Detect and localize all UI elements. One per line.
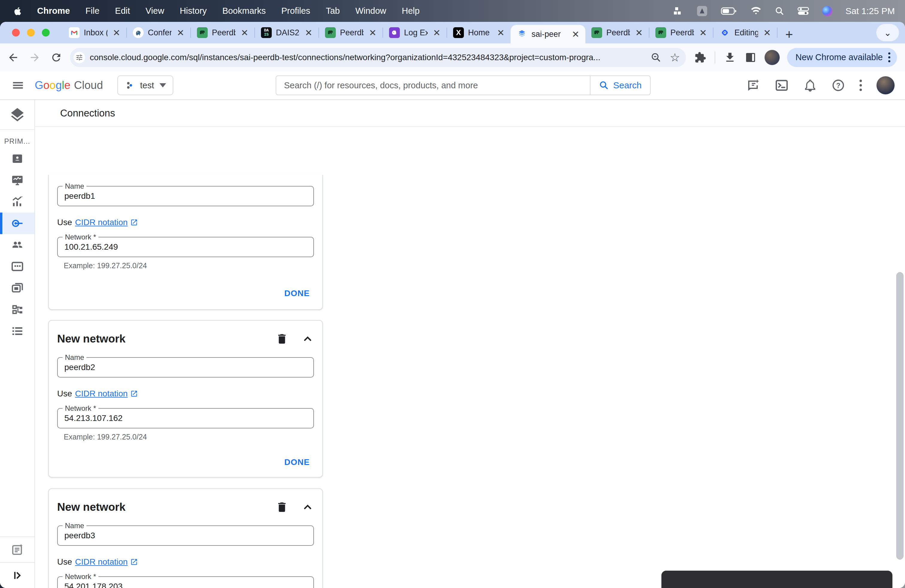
tab-search-chevron[interactable]: ⌄ xyxy=(876,24,899,41)
done-button[interactable]: DONE xyxy=(280,455,314,469)
zoom-window-button[interactable] xyxy=(42,29,50,37)
name-input[interactable] xyxy=(58,526,313,545)
collapse-card-button[interactable] xyxy=(302,501,314,513)
close-tab-icon[interactable]: ✕ xyxy=(432,27,442,38)
network-field: Network * xyxy=(57,576,314,588)
search-icon xyxy=(599,80,609,91)
battery-icon[interactable] xyxy=(721,7,737,15)
close-tab-icon[interactable]: ✕ xyxy=(240,27,249,38)
tab-peerdb-3[interactable]: Peerdb ( ✕ xyxy=(585,22,649,43)
tab-inbox[interactable]: Inbox (5 ✕ xyxy=(63,22,126,43)
close-window-button[interactable] xyxy=(12,29,20,37)
close-tab-icon[interactable]: ✕ xyxy=(176,27,186,38)
site-settings-icon[interactable] xyxy=(74,52,85,63)
extensions-icon[interactable] xyxy=(694,51,706,64)
menu-profiles[interactable]: Profiles xyxy=(281,6,310,16)
bookmark-star-icon[interactable]: ☆ xyxy=(670,52,680,63)
close-tab-icon[interactable]: ✕ xyxy=(112,27,122,38)
chrome-update-pill[interactable]: New Chrome available xyxy=(787,48,897,67)
nav-system-insights[interactable] xyxy=(0,170,35,191)
menu-clock[interactable]: Sat 1:25 PM xyxy=(845,6,895,16)
download-icon[interactable] xyxy=(724,51,736,64)
cidr-notation-link[interactable]: CIDR notation xyxy=(75,218,138,227)
spotlight-icon[interactable] xyxy=(775,6,784,16)
nav-overview[interactable] xyxy=(0,148,35,170)
tab-conference[interactable]: Confere ✕ xyxy=(127,22,191,43)
nav-users[interactable] xyxy=(0,234,35,256)
tab-peerdb-1[interactable]: Peerdb ( ✕ xyxy=(191,22,254,43)
org-icon xyxy=(124,80,135,91)
help-icon[interactable]: ? xyxy=(831,78,845,92)
control-center-icon[interactable] xyxy=(797,6,809,16)
tab-sai-peerdb-active[interactable]: sai-peer ✕ xyxy=(511,25,585,43)
reload-button[interactable] xyxy=(48,51,65,64)
tab-log-explorer[interactable]: Log Expl ✕ xyxy=(383,22,446,43)
tab-x-home[interactable]: X Home / X ✕ xyxy=(447,22,511,43)
wifi-icon[interactable] xyxy=(750,6,762,16)
close-tab-icon[interactable]: ✕ xyxy=(304,27,314,38)
app-status-icon[interactable] xyxy=(696,5,708,17)
close-tab-icon[interactable]: ✕ xyxy=(496,27,506,38)
account-avatar[interactable] xyxy=(876,76,895,95)
tab-peerdb-4[interactable]: Peerdb ( ✕ xyxy=(649,22,713,43)
delete-network-button[interactable] xyxy=(276,501,288,513)
name-input[interactable] xyxy=(58,186,313,206)
tab-peerdb-2[interactable]: Peerdb ( ✕ xyxy=(319,22,383,43)
google-cloud-logo[interactable]: Google Cloud xyxy=(35,79,103,92)
done-button[interactable]: DONE xyxy=(280,286,314,300)
cidr-notation-link[interactable]: CIDR notation xyxy=(75,557,138,567)
address-bar[interactable]: console.cloud.google.com/sql/instances/s… xyxy=(70,48,686,67)
menu-tab[interactable]: Tab xyxy=(326,6,340,16)
close-tab-icon[interactable]: ✕ xyxy=(762,27,772,38)
collapse-card-button[interactable] xyxy=(302,333,314,345)
close-tab-icon[interactable]: ✕ xyxy=(698,27,708,38)
nav-databases[interactable] xyxy=(0,256,35,277)
back-button[interactable] xyxy=(5,51,22,64)
vertical-scrollbar[interactable] xyxy=(896,272,903,559)
close-tab-icon[interactable]: ✕ xyxy=(571,29,581,40)
stage-manager-icon[interactable] xyxy=(673,6,683,16)
project-selector[interactable]: test xyxy=(117,75,173,95)
apple-icon[interactable] xyxy=(13,6,22,16)
zoom-out-icon[interactable] xyxy=(651,52,661,63)
nav-menu-icon[interactable] xyxy=(11,79,25,92)
delete-network-button[interactable] xyxy=(276,333,288,345)
release-notes-icon[interactable] xyxy=(746,78,760,92)
browser-menu-icon[interactable] xyxy=(888,52,890,62)
gcloud-search-bar[interactable]: Search xyxy=(276,75,651,95)
minimize-window-button[interactable] xyxy=(27,29,35,37)
siri-icon[interactable] xyxy=(822,6,832,16)
menu-bookmarks[interactable]: Bookmarks xyxy=(222,6,266,16)
notifications-icon[interactable] xyxy=(803,78,817,92)
gcloud-more-icon[interactable] xyxy=(859,79,862,91)
nav-expand-panel[interactable] xyxy=(0,562,35,588)
menu-help[interactable]: Help xyxy=(402,6,420,16)
menu-edit[interactable]: Edit xyxy=(115,6,130,16)
menu-history[interactable]: History xyxy=(180,6,207,16)
name-input[interactable] xyxy=(58,358,313,377)
nav-replicas[interactable] xyxy=(0,299,35,320)
operations-list-icon xyxy=(11,324,24,338)
nav-operations[interactable] xyxy=(0,320,35,342)
tab-editing[interactable]: Editing " ✕ xyxy=(713,22,777,43)
close-tab-icon[interactable]: ✕ xyxy=(634,27,644,38)
forward-button[interactable] xyxy=(26,51,43,64)
browser-profile-avatar[interactable] xyxy=(764,50,780,65)
nav-connections[interactable] xyxy=(0,213,35,234)
nav-backups[interactable] xyxy=(0,277,35,299)
menu-view[interactable]: View xyxy=(145,6,164,16)
gcloud-search-input[interactable] xyxy=(276,81,590,91)
side-panel-icon[interactable] xyxy=(745,51,757,64)
nav-release-notes[interactable] xyxy=(0,537,35,562)
cloud-shell-icon[interactable] xyxy=(775,78,789,92)
new-tab-button[interactable]: + xyxy=(778,25,801,43)
cidr-notation-link[interactable]: CIDR notation xyxy=(75,389,138,399)
menu-file[interactable]: File xyxy=(86,6,100,16)
tab-dais24[interactable]: DAIS DAIS24 ✕ xyxy=(255,22,318,43)
menu-window[interactable]: Window xyxy=(355,6,386,16)
url-text[interactable]: console.cloud.google.com/sql/instances/s… xyxy=(90,53,642,62)
menu-chrome[interactable]: Chrome xyxy=(37,6,70,16)
close-tab-icon[interactable]: ✕ xyxy=(368,27,378,38)
gcloud-search-button[interactable]: Search xyxy=(590,76,650,95)
nav-query-insights[interactable] xyxy=(0,191,35,213)
